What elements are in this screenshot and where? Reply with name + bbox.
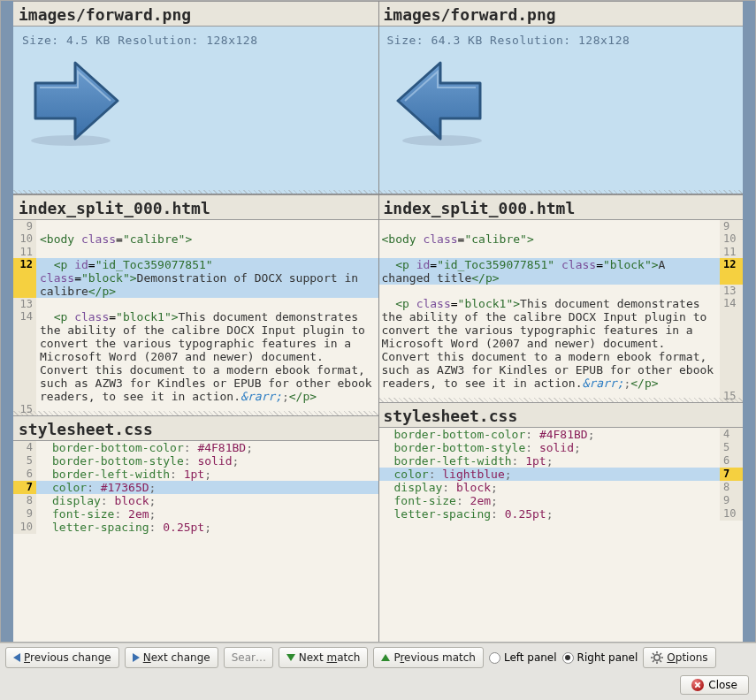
resolution-value: 128x128 <box>578 34 630 47</box>
radio-icon <box>489 652 500 664</box>
size-value: 4.5 KB <box>66 34 111 47</box>
file-header-image-right: images/forward.png <box>378 1 744 27</box>
forward-arrow-icon <box>22 52 128 149</box>
size-label: Size: <box>387 34 424 47</box>
left-scrollbar[interactable] <box>1 1 13 642</box>
svg-point-1 <box>402 135 482 146</box>
css-code-left[interactable]: 4border-bottom-color: #4F81BD; 5border-b… <box>13 441 378 534</box>
image-preview-left: Size: 4.5 KB Resolution: 128x128 <box>13 27 378 194</box>
radio-icon <box>562 652 574 664</box>
svg-point-2 <box>654 655 660 660</box>
svg-line-10 <box>661 653 662 655</box>
close-label: Close <box>708 679 737 691</box>
panel-divider[interactable] <box>378 1 379 642</box>
file-header-css-right: stylesheet.css <box>378 402 744 428</box>
search-input[interactable]: Sear… <box>224 647 273 668</box>
svg-line-7 <box>653 653 654 655</box>
triangle-left-icon <box>13 653 20 662</box>
html-code-left[interactable]: 9 10<body class="calibre"> 11 12 <p id="… <box>13 220 378 415</box>
left-panel-label: Left panel <box>504 651 557 664</box>
file-header-image-left: images/forward.png <box>13 1 378 27</box>
resolution-label: Resolution: <box>118 34 199 47</box>
triangle-up-icon <box>381 654 390 661</box>
right-panel: images/forward.png Size: 64.3 KB Resolut… <box>378 1 744 642</box>
size-label: Size: <box>22 34 59 47</box>
close-button[interactable]: Close <box>680 675 749 695</box>
triangle-right-icon <box>133 653 140 662</box>
gear-icon <box>651 651 663 664</box>
next-change-label: ext change <box>151 651 210 664</box>
prev-change-button[interactable]: Previous change <box>5 647 119 668</box>
svg-line-9 <box>653 660 654 662</box>
css-code-right[interactable]: 4border-bottom-color: #4F81BD; 5border-b… <box>378 428 744 521</box>
close-icon <box>691 679 704 691</box>
right-panel-radio[interactable]: Right panel <box>562 651 638 664</box>
next-match-button[interactable]: Next match <box>279 647 369 668</box>
prev-change-label: revious change <box>30 651 111 664</box>
size-value: 64.3 KB <box>431 34 482 47</box>
file-header-css-left: stylesheet.css <box>13 415 378 441</box>
diff-viewer: images/forward.png Size: 4.5 KB Resoluti… <box>0 0 756 643</box>
resolution-label: Resolution: <box>490 34 571 47</box>
prev-match-label: Previous match <box>393 651 476 664</box>
file-header-html-left: index_split_000.html <box>13 194 378 220</box>
triangle-down-icon <box>286 654 295 661</box>
left-panel: images/forward.png Size: 4.5 KB Resoluti… <box>13 1 378 642</box>
right-scrollbar[interactable] <box>743 1 755 642</box>
svg-line-8 <box>661 660 662 662</box>
prev-match-button[interactable]: Previous match <box>373 647 484 668</box>
file-header-html-right: index_split_000.html <box>378 194 744 220</box>
right-panel-label: Right panel <box>577 651 638 664</box>
toolbar: Previous change Next change Sear… Next m… <box>0 643 756 672</box>
left-panel-radio[interactable]: Left panel <box>489 651 557 664</box>
image-preview-right: Size: 64.3 KB Resolution: 128x128 <box>378 27 744 194</box>
next-change-button[interactable]: Next change <box>125 647 218 668</box>
next-match-label: Next match <box>299 651 361 664</box>
resolution-value: 128x128 <box>206 34 257 47</box>
svg-point-0 <box>31 135 111 146</box>
options-button[interactable]: Options <box>643 647 715 668</box>
options-label: ptions <box>676 651 708 664</box>
back-arrow-icon <box>387 52 493 149</box>
bottom-bar: Close <box>0 672 756 700</box>
html-code-right[interactable]: 9 10<body class="calibre"> 11 12 <p id="… <box>378 220 744 402</box>
